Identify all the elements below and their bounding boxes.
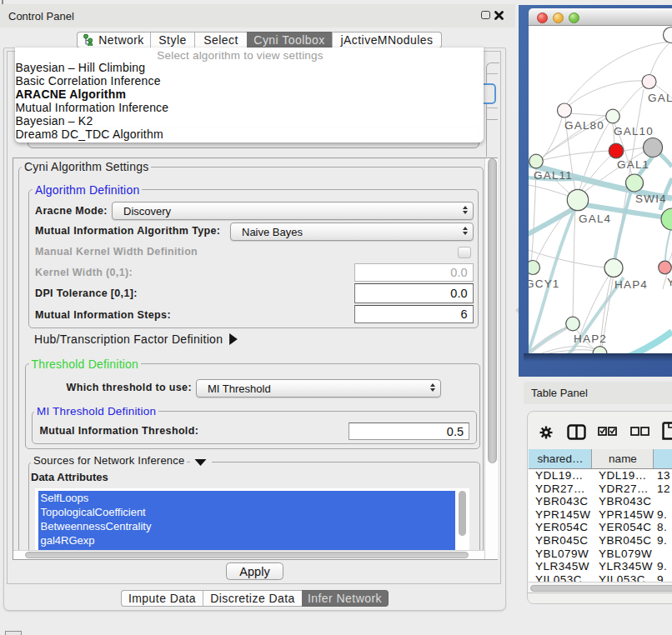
svg-text:SWI4: SWI4 — [635, 192, 667, 205]
svg-text:GAL4: GAL4 — [579, 212, 611, 225]
svg-text:GAL10: GAL10 — [614, 125, 654, 138]
svg-text:Y: Y — [667, 276, 672, 288]
svg-text:HAP4: HAP4 — [614, 278, 648, 291]
svg-text:GAL1: GAL1 — [617, 158, 649, 171]
svg-text:GAL2: GAL2 — [648, 92, 672, 104]
svg-text:HAP2: HAP2 — [574, 332, 607, 345]
svg-text:GAL80: GAL80 — [564, 119, 604, 132]
svg-text:GAL11: GAL11 — [534, 169, 573, 182]
svg-text:GCY1: GCY1 — [529, 278, 560, 290]
